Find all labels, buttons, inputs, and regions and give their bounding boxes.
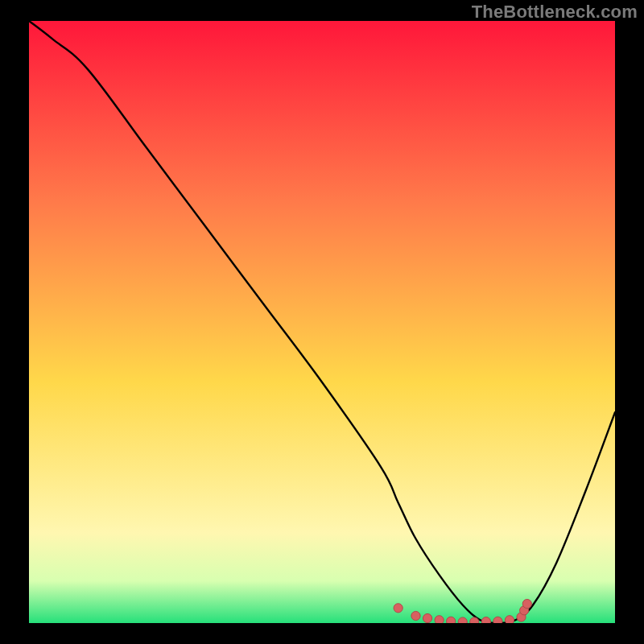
chart-frame: TheBottleneck.com — [0, 0, 644, 644]
gradient-background — [29, 21, 615, 623]
optimal-marker — [394, 604, 402, 613]
optimal-marker — [458, 617, 467, 623]
chart-svg — [29, 21, 615, 623]
optimal-marker — [447, 617, 456, 623]
watermark-label: TheBottleneck.com — [472, 2, 638, 23]
optimal-marker — [522, 599, 531, 608]
optimal-marker — [493, 617, 502, 623]
plot-area — [29, 21, 615, 623]
optimal-marker — [505, 616, 514, 623]
optimal-marker — [411, 611, 420, 620]
optimal-marker — [481, 617, 490, 623]
optimal-marker — [470, 617, 479, 623]
optimal-marker — [423, 613, 431, 622]
optimal-marker — [435, 616, 444, 623]
